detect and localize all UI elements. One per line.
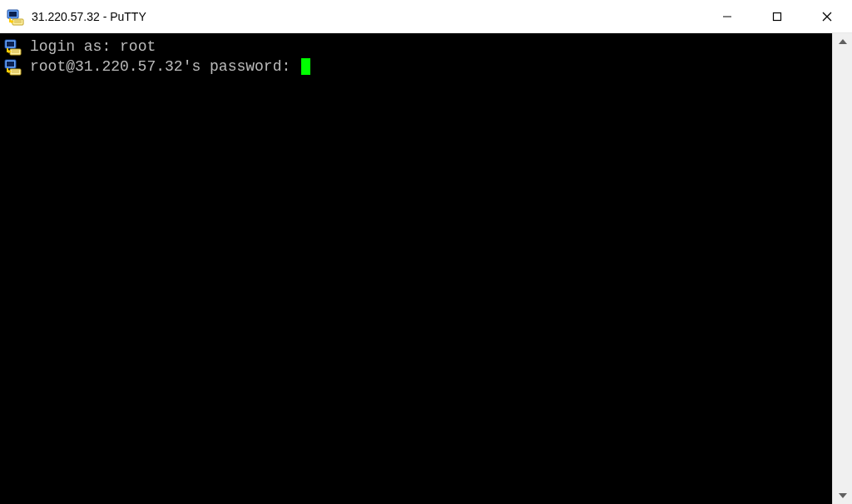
putty-prompt-icon (2, 37, 25, 56)
terminal-area: login as: root root@31.220.57.32's passw… (0, 33, 852, 504)
svg-rect-1 (9, 12, 17, 17)
scroll-up-arrow-icon[interactable] (833, 33, 852, 50)
terminal[interactable]: login as: root root@31.220.57.32's passw… (0, 33, 832, 504)
svg-rect-2 (12, 19, 23, 25)
svg-marker-23 (839, 493, 847, 498)
password-prompt: root@31.220.57.32's password: (30, 57, 300, 77)
putty-prompt-icon (2, 57, 25, 76)
window-controls (702, 0, 852, 32)
svg-marker-22 (839, 39, 847, 44)
svg-rect-11 (7, 42, 14, 47)
terminal-cursor (301, 58, 310, 75)
window-title: 31.220.57.32 - PuTTY (32, 10, 702, 23)
svg-rect-12 (10, 49, 21, 55)
svg-rect-18 (10, 69, 21, 75)
svg-rect-7 (774, 12, 781, 20)
putty-app-icon (7, 7, 25, 26)
scroll-track[interactable] (833, 50, 852, 487)
terminal-line: login as: root (0, 37, 832, 57)
login-value: root (120, 37, 156, 57)
minimize-button[interactable] (702, 0, 752, 32)
scroll-down-arrow-icon[interactable] (833, 487, 852, 504)
login-prompt: login as: (30, 37, 120, 57)
terminal-line: root@31.220.57.32's password: (0, 57, 832, 77)
close-button[interactable] (802, 0, 852, 32)
vertical-scrollbar[interactable] (832, 33, 852, 504)
svg-rect-17 (7, 62, 14, 67)
maximize-button[interactable] (752, 0, 802, 32)
window-titlebar[interactable]: 31.220.57.32 - PuTTY (0, 0, 852, 33)
